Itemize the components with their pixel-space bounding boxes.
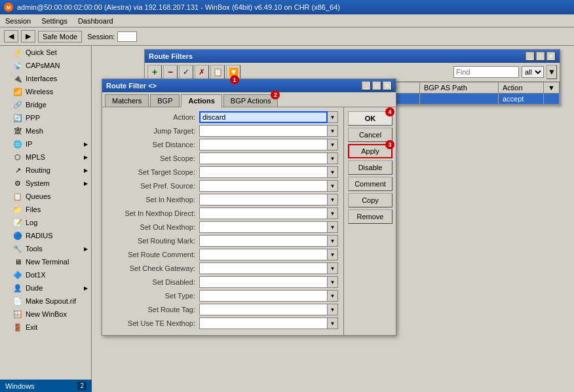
sidebar-item-make-supout[interactable]: 📄 Make Supout.rif [0,294,91,308]
tab-bgp[interactable]: BGP [150,94,180,107]
field-label-set-in-nexthop-direct: Set In Nexthop Direct: [107,209,199,217]
comment-button[interactable]: Comment [348,177,392,191]
sidebar-item-quick-set[interactable]: ⚡ Quick Set [0,46,91,59]
field-set-out-nexthop-dropdown[interactable]: ▼ [328,221,338,233]
field-set-pref-source-dropdown[interactable]: ▼ [328,180,338,192]
copy-button[interactable]: Copy [348,193,392,207]
field-set-use-te-nexthop-dropdown[interactable]: ▼ [328,317,338,329]
field-set-check-gateway-input[interactable] [199,262,328,274]
sidebar-item-dude[interactable]: 👤 Dude [0,281,91,294]
sidebar-item-log[interactable]: 📝 Log [0,216,91,229]
field-row-set-out-nexthop: Set Out Nexthop: ▼ [107,221,338,233]
sidebar-item-new-winbox[interactable]: 🪟 New WinBox [0,308,91,321]
field-set-check-gateway-dropdown[interactable]: ▼ [328,262,338,274]
col-expand[interactable]: ▼ [544,82,560,94]
sidebar-item-ip[interactable]: 🌐 IP [0,137,91,151]
rf-close-button[interactable]: ✕ [546,52,556,61]
sidebar-label-wireless: Wireless [26,88,53,96]
field-action-input[interactable] [199,111,328,123]
sidebar-label-make-supout: Make Supout.rif [26,297,76,305]
field-row-set-in-nexthop: Set In Nexthop: ▼ [107,194,338,205]
field-set-in-nexthop-input[interactable] [199,194,328,205]
field-set-scope-input[interactable] [199,152,328,164]
sidebar-item-capsman[interactable]: 📡 CAPsMAN [0,59,91,72]
field-label-set-in-nexthop: Set In Nexthop: [107,196,199,204]
menu-dashboard[interactable]: Dashboard [73,16,119,26]
menu-settings[interactable]: Settings [36,16,73,26]
field-set-in-nexthop-direct-dropdown[interactable]: ▼ [328,207,338,219]
field-set-routing-mark-input[interactable] [199,235,328,247]
rf-find-input[interactable] [453,66,519,78]
field-set-pref-source-input[interactable] [199,180,328,192]
field-jump-target-dropdown[interactable]: ▼ [328,125,338,137]
field-set-target-scope-input[interactable] [199,166,328,178]
field-jump-target-input[interactable] [199,125,328,137]
sidebar-item-system[interactable]: ⚙ System [0,177,91,190]
field-set-scope-dropdown[interactable]: ▼ [328,152,338,164]
field-set-out-nexthop-input[interactable] [199,221,328,233]
field-action-dropdown[interactable]: ▼ [328,111,338,123]
rf-disable-button[interactable]: ✗ [195,65,209,79]
sidebar-item-mesh[interactable]: 🕸 Mesh [0,124,91,137]
windows-bar[interactable]: Windows 2 [0,380,92,392]
sidebar-item-ppp[interactable]: 🔄 PPP [0,111,91,124]
sidebar-item-queues[interactable]: 📋 Queues [0,190,91,203]
rf-titlebar: Route Filters _ □ ✕ [145,50,560,63]
sidebar-item-interfaces[interactable]: 🔌 Interfaces [0,72,91,85]
field-set-target-scope-dropdown[interactable]: ▼ [328,166,338,178]
field-set-in-nexthop-direct-input[interactable] [199,207,328,219]
field-set-disabled-dropdown[interactable]: ▼ [328,276,338,288]
sidebar-item-radius[interactable]: 🔵 RADIUS [0,229,91,242]
field-set-route-tag-dropdown[interactable]: ▼ [328,304,338,315]
rf-find-select[interactable]: all [522,66,544,78]
tab-actions[interactable]: Actions [181,94,221,107]
rf-minimize-button[interactable]: _ [526,52,535,61]
sidebar-item-bridge[interactable]: 🔗 Bridge [0,98,91,111]
field-row-set-routing-mark: Set Routing Mark: ▼ [107,235,338,247]
session-input[interactable] [117,31,137,42]
field-label-set-route-tag: Set Route Tag: [107,306,199,313]
rf-copy-button[interactable]: 📋 [210,65,225,79]
field-set-disabled-input[interactable] [199,276,328,288]
rf-remove-button[interactable]: − [163,65,178,79]
forward-button[interactable]: ▶ [21,30,35,43]
sidebar-item-files[interactable]: 📁 Files [0,203,91,216]
sidebar-item-dot1x[interactable]: 🔷 Dot1X [0,268,91,281]
cancel-button[interactable]: Cancel [348,128,392,142]
rfd-maximize-button[interactable]: □ [372,81,381,90]
rf-enable-button[interactable]: ✓ [179,65,193,79]
tab-bgp-actions[interactable]: BGP Actions 2 [223,94,278,107]
sidebar-item-new-terminal[interactable]: 🖥 New Terminal [0,255,91,268]
rfd-minimize-button[interactable]: _ [362,81,371,90]
field-set-distance-input[interactable] [199,139,328,151]
field-set-route-tag-input[interactable] [199,304,328,315]
rf-add-button[interactable]: + [147,65,162,79]
sidebar-item-mpls[interactable]: ⬡ MPLS [0,151,91,164]
field-set-type-dropdown[interactable]: ▼ [328,290,338,302]
log-icon: 📝 [13,218,22,227]
rfd-close-button[interactable]: ✕ [383,81,392,90]
back-button[interactable]: ◀ [4,30,18,43]
field-set-use-te-nexthop-input[interactable] [199,317,328,329]
remove-button[interactable]: Remove [348,209,392,224]
disable-button[interactable]: Disable [348,160,392,175]
field-label-set-type: Set Type: [107,292,199,300]
system-icon: ⚙ [13,179,22,188]
sidebar-item-wireless[interactable]: 📶 Wireless [0,85,91,98]
safemode-button[interactable]: Safe Mode [38,31,82,43]
rf-maximize-button[interactable]: □ [536,52,545,61]
field-set-type-input[interactable] [199,290,328,302]
field-set-in-nexthop-dropdown[interactable]: ▼ [328,194,338,205]
field-set-routing-mark-dropdown[interactable]: ▼ [328,235,338,247]
field-set-route-comment-input[interactable] [199,249,328,260]
sidebar-item-routing[interactable]: ↗ Routing [0,164,91,177]
rf-search-dropdown-button[interactable]: ▼ [546,65,557,79]
field-set-distance-dropdown[interactable]: ▼ [328,139,338,151]
tab-matchers[interactable]: Matchers [105,94,149,107]
make-supout-icon: 📄 [13,296,22,306]
sidebar-item-tools[interactable]: 🔧 Tools [0,242,91,255]
menu-session[interactable]: Session [0,16,36,26]
field-set-route-comment-dropdown[interactable]: ▼ [328,249,338,260]
ppp-icon: 🔄 [13,113,22,122]
sidebar-item-exit[interactable]: 🚪 Exit [0,321,91,334]
